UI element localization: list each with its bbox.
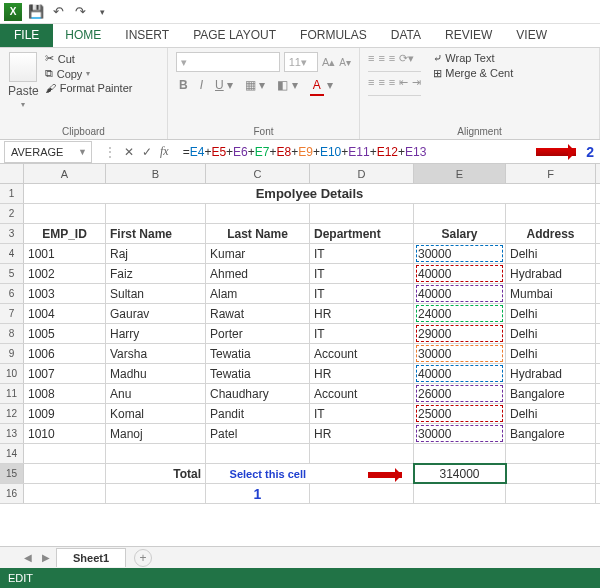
sheet-nav-next-icon[interactable]: ▶ <box>38 552 54 563</box>
wrap-text-button[interactable]: ⤶ Wrap Text <box>433 52 513 65</box>
fill-color-button[interactable]: ◧ ▾ <box>274 76 300 94</box>
tab-file[interactable]: FILE <box>0 24 53 47</box>
cell-salary[interactable]: 29000 <box>414 324 506 343</box>
cell-firstname[interactable]: Manoj <box>106 424 206 443</box>
cell-firstname[interactable]: Raj <box>106 244 206 263</box>
cell-department[interactable]: IT <box>310 404 414 423</box>
cell-empid[interactable]: 1005 <box>24 324 106 343</box>
row-header[interactable]: 5 <box>0 264 24 283</box>
header-address[interactable]: Address <box>506 224 596 243</box>
row-header[interactable]: 11 <box>0 384 24 403</box>
cell-salary[interactable]: 26000 <box>414 384 506 403</box>
cell-salary[interactable]: 30000 <box>414 424 506 443</box>
header-department[interactable]: Department <box>310 224 414 243</box>
cell-empid[interactable]: 1003 <box>24 284 106 303</box>
tab-view[interactable]: VIEW <box>504 24 559 47</box>
tab-data[interactable]: DATA <box>379 24 433 47</box>
align-middle-icon[interactable]: ≡ <box>378 52 384 71</box>
row-header[interactable]: 6 <box>0 284 24 303</box>
cell-address[interactable]: Delhi <box>506 344 596 363</box>
cell-lastname[interactable]: Tewatia <box>206 344 310 363</box>
header-firstname[interactable]: First Name <box>106 224 206 243</box>
undo-icon[interactable]: ↶ <box>50 4 66 20</box>
tab-formulas[interactable]: FORMULAS <box>288 24 379 47</box>
cell-lastname[interactable]: Alam <box>206 284 310 303</box>
col-header-A[interactable]: A <box>24 164 106 183</box>
row-header[interactable]: 7 <box>0 304 24 323</box>
increase-font-icon[interactable]: A▴ <box>322 56 335 69</box>
cell-firstname[interactable]: Harry <box>106 324 206 343</box>
cell-firstname[interactable]: Anu <box>106 384 206 403</box>
cancel-formula-icon[interactable]: ✕ <box>124 145 134 159</box>
name-box[interactable]: AVERAGE ▼ <box>4 141 92 163</box>
qat-customize-icon[interactable]: ▾ <box>94 4 110 20</box>
row-header[interactable]: 15 <box>0 464 24 483</box>
font-name-combo[interactable]: ▾ <box>176 52 280 72</box>
spreadsheet-grid[interactable]: ABCDEF 1 Empolyee Details 2 3EMP_ID Firs… <box>0 164 600 504</box>
tab-home[interactable]: HOME <box>53 24 113 47</box>
cell-empid[interactable]: 1010 <box>24 424 106 443</box>
cell-department[interactable]: HR <box>310 364 414 383</box>
cell-address[interactable]: Delhi <box>506 404 596 423</box>
align-center-icon[interactable]: ≡ <box>378 76 384 95</box>
cell-department[interactable]: HR <box>310 424 414 443</box>
cell-salary[interactable]: 24000 <box>414 304 506 323</box>
cell-empid[interactable]: 1004 <box>24 304 106 323</box>
cell-firstname[interactable]: Faiz <box>106 264 206 283</box>
cell-lastname[interactable]: Tewatia <box>206 364 310 383</box>
cell-empid[interactable]: 1008 <box>24 384 106 403</box>
tab-page-layout[interactable]: PAGE LAYOUT <box>181 24 288 47</box>
font-color-button[interactable]: A ▾ <box>307 76 336 94</box>
cell-address[interactable]: Hydrabad <box>506 264 596 283</box>
row-header[interactable]: 9 <box>0 344 24 363</box>
align-left-icon[interactable]: ≡ <box>368 76 374 95</box>
merge-center-button[interactable]: ⊞ Merge & Cent <box>433 67 513 80</box>
tab-review[interactable]: REVIEW <box>433 24 504 47</box>
cell-lastname[interactable]: Pandit <box>206 404 310 423</box>
cell-address[interactable]: Mumbai <box>506 284 596 303</box>
cell-department[interactable]: IT <box>310 244 414 263</box>
decrease-indent-icon[interactable]: ⇤ <box>399 76 408 95</box>
cell-address[interactable]: Hydrabad <box>506 364 596 383</box>
cell-empid[interactable]: 1002 <box>24 264 106 283</box>
table-title[interactable]: Empolyee Details <box>24 184 596 203</box>
cell-department[interactable]: IT <box>310 284 414 303</box>
cell-lastname[interactable]: Ahmed <box>206 264 310 283</box>
cell-empid[interactable]: 1009 <box>24 404 106 423</box>
formula-input[interactable]: =E4+E5+E6+E7+E8+E9+E10+E11+E12+E13 <box>175 145 537 159</box>
cell-empid[interactable]: 1007 <box>24 364 106 383</box>
col-header-B[interactable]: B <box>106 164 206 183</box>
col-header-F[interactable]: F <box>506 164 596 183</box>
align-top-icon[interactable]: ≡ <box>368 52 374 71</box>
cell-department[interactable]: IT <box>310 264 414 283</box>
row-header[interactable]: 16 <box>0 484 24 503</box>
format-painter-button[interactable]: 🖌Format Painter <box>45 82 133 94</box>
cell-salary[interactable]: 30000 <box>414 344 506 363</box>
cell-address[interactable]: Delhi <box>506 324 596 343</box>
cell-department[interactable]: IT <box>310 324 414 343</box>
add-sheet-button[interactable]: + <box>134 549 152 567</box>
align-bottom-icon[interactable]: ≡ <box>389 52 395 71</box>
active-cell[interactable]: 314000 <box>414 464 506 483</box>
cell-firstname[interactable]: Sultan <box>106 284 206 303</box>
cell-firstname[interactable]: Varsha <box>106 344 206 363</box>
select-all-corner[interactable] <box>0 164 24 183</box>
row-header[interactable]: 3 <box>0 224 24 243</box>
increase-indent-icon[interactable]: ⇥ <box>412 76 421 95</box>
cell-address[interactable]: Delhi <box>506 304 596 323</box>
sheet-nav-prev-icon[interactable]: ◀ <box>20 552 36 563</box>
cell-firstname[interactable]: Madhu <box>106 364 206 383</box>
underline-button[interactable]: U ▾ <box>212 76 236 94</box>
cell-lastname[interactable]: Kumar <box>206 244 310 263</box>
cell-department[interactable]: HR <box>310 304 414 323</box>
cut-button[interactable]: ✂Cut <box>45 52 133 65</box>
cell-lastname[interactable]: Rawat <box>206 304 310 323</box>
border-button[interactable]: ▦ ▾ <box>242 76 268 94</box>
cell-firstname[interactable]: Komal <box>106 404 206 423</box>
cell-lastname[interactable]: Porter <box>206 324 310 343</box>
row-header[interactable]: 13 <box>0 424 24 443</box>
tab-insert[interactable]: INSERT <box>113 24 181 47</box>
save-icon[interactable]: 💾 <box>28 4 44 20</box>
cell-department[interactable]: Account <box>310 384 414 403</box>
col-header-D[interactable]: D <box>310 164 414 183</box>
